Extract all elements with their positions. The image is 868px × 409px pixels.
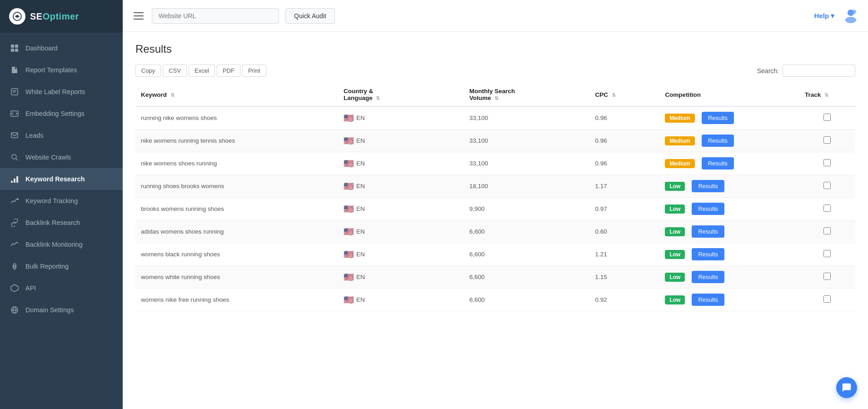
flag-icon: 🇺🇸 [344,159,354,169]
track-checkbox[interactable] [823,182,831,189]
flag-icon: 🇺🇸 [344,113,354,123]
sidebar-logo: SEOptimer [0,0,123,33]
table-row: running shoes brooks womens 🇺🇸 EN 18,100… [135,175,855,198]
sidebar-item-label: Website Crawls [25,154,71,161]
sidebar-item-api[interactable]: API [0,277,123,299]
svg-rect-2 [11,45,14,48]
copy-button[interactable]: Copy [135,65,161,77]
help-button[interactable]: Help ▾ [814,12,834,20]
sidebar-item-backlink-monitoring[interactable]: Backlink Monitoring [0,234,123,255]
results-button[interactable]: Results [692,248,724,260]
cell-competition: Low Results [659,220,799,243]
col-header-volume[interactable]: Monthly SearchVolume ⇅ [464,83,590,106]
svg-rect-4 [11,49,14,52]
svg-point-11 [12,155,16,159]
track-checkbox[interactable] [823,227,831,234]
language-code: EN [356,274,365,280]
sidebar-item-white-label-reports[interactable]: White Label Reports [0,81,123,103]
cell-volume: 33,100 [464,106,590,130]
keyword-research-icon [10,175,19,184]
sidebar-item-website-crawls[interactable]: Website Crawls [0,146,123,168]
sidebar-item-domain-settings[interactable]: Domain Settings [0,299,123,321]
table-row: womens nike free running shoes 🇺🇸 EN 6,6… [135,289,855,311]
table-row: nike womens running tennis shoes 🇺🇸 EN 3… [135,130,855,152]
hamburger-button[interactable] [132,10,145,21]
pdf-button[interactable]: PDF [217,65,240,77]
competition-badge: Low [665,250,685,259]
cell-keyword: womens nike free running shoes [135,289,338,311]
keyword-tracking-icon [10,196,19,205]
svg-point-26 [845,17,856,23]
cell-keyword: nike womens shoes running [135,152,338,175]
col-header-cpc[interactable]: CPC ⇅ [590,83,660,106]
language-code: EN [356,183,365,190]
results-button[interactable]: Results [692,225,724,238]
results-table: Keyword ⇅ Country &Language ⇅ Monthly Se… [135,83,855,311]
sidebar-item-embedding-settings[interactable]: Embedding Settings [0,103,123,125]
search-input[interactable] [783,65,855,77]
sidebar-item-label: White Label Reports [25,88,85,95]
cell-track [799,289,855,311]
table-row: adidas womens shoes running 🇺🇸 EN 6,600 … [135,220,855,243]
col-header-track[interactable]: Track ⇅ [799,83,855,106]
print-button[interactable]: Print [242,65,266,77]
website-crawls-icon [10,153,19,162]
url-input[interactable] [152,8,279,24]
cell-keyword: womens black running shoes [135,243,338,266]
track-checkbox[interactable] [823,295,831,303]
table-row: running nike womens shoes 🇺🇸 EN 33,100 0… [135,106,855,130]
search-area: Search: [757,65,855,77]
track-checkbox[interactable] [823,273,831,280]
svg-rect-5 [15,49,18,52]
cell-cpc: 0.92 [590,289,660,311]
sidebar-item-bulk-reporting[interactable]: Bulk Reporting [0,255,123,277]
sidebar-item-label: Backlink Monitoring [25,241,83,248]
cell-competition: Medium Results [659,106,799,130]
cell-country: 🇺🇸 EN [338,243,464,266]
cell-country: 🇺🇸 EN [338,198,464,220]
cell-volume: 6,600 [464,266,590,289]
header: Quick Audit Help ▾ [123,0,868,32]
results-button[interactable]: Results [702,112,734,124]
cell-competition: Low Results [659,175,799,198]
track-checkbox[interactable] [823,114,831,121]
chat-bubble-button[interactable] [836,377,857,398]
col-header-country[interactable]: Country &Language ⇅ [338,83,464,106]
sidebar-item-backlink-research[interactable]: Backlink Research [0,212,123,234]
flag-icon: 🇺🇸 [344,295,354,305]
sidebar-item-leads[interactable]: Leads [0,125,123,146]
sidebar-item-keyword-tracking[interactable]: Keyword Tracking [0,190,123,212]
cell-track [799,175,855,198]
cell-country: 🇺🇸 EN [338,289,464,311]
svg-point-27 [852,10,856,14]
export-buttons: Copy CSV Excel PDF Print [135,65,757,77]
excel-button[interactable]: Excel [189,65,215,77]
cell-country: 🇺🇸 EN [338,106,464,130]
user-icon[interactable] [843,7,859,25]
quick-audit-button[interactable]: Quick Audit [285,8,335,24]
col-header-keyword[interactable]: Keyword ⇅ [135,83,338,106]
results-button[interactable]: Results [692,180,724,192]
sidebar-item-report-templates[interactable]: Report Templates [0,59,123,81]
sidebar: SEOptimer Dashboard Report Templates Whi… [0,0,123,409]
results-button[interactable]: Results [702,135,734,147]
csv-button[interactable]: CSV [163,65,187,77]
sidebar-item-label: Report Templates [25,66,77,74]
main-content: Results Copy CSV Excel PDF Print Search:… [123,32,868,409]
results-button[interactable]: Results [692,203,724,215]
sidebar-item-keyword-research[interactable]: Keyword Research [0,168,123,190]
svg-line-17 [13,201,15,202]
sidebar-item-label: Keyword Tracking [25,197,78,204]
track-checkbox[interactable] [823,136,831,144]
results-button[interactable]: Results [692,271,724,283]
cell-track [799,266,855,289]
sidebar-item-dashboard[interactable]: Dashboard [0,37,123,59]
col-header-competition[interactable]: Competition [659,83,799,106]
results-button[interactable]: Results [692,294,724,306]
cell-track [799,106,855,130]
cell-track [799,152,855,175]
results-button[interactable]: Results [702,157,734,170]
track-checkbox[interactable] [823,159,831,166]
track-checkbox[interactable] [823,204,831,212]
track-checkbox[interactable] [823,250,831,257]
